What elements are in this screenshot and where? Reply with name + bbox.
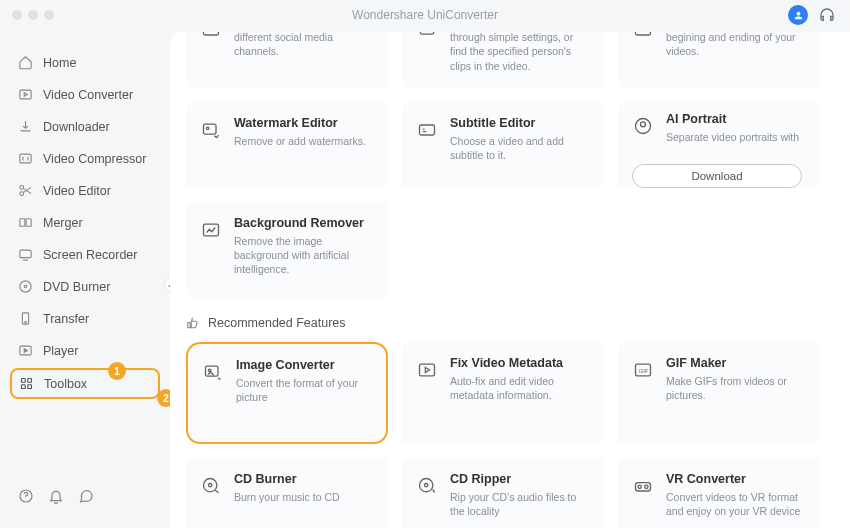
svg-point-24 — [641, 122, 646, 127]
trimmer-icon — [416, 32, 438, 40]
annotation-badge-1: 1 — [108, 362, 126, 380]
sidebar-item-label: Player — [43, 344, 78, 358]
svg-point-32 — [209, 484, 212, 487]
svg-rect-15 — [28, 385, 32, 389]
tool-card-intro-outro[interactable]: Batch remove or add the begining and end… — [618, 32, 820, 88]
svg-point-33 — [420, 479, 433, 492]
svg-point-10 — [25, 322, 26, 323]
svg-rect-18 — [420, 32, 433, 34]
svg-rect-19 — [636, 32, 651, 35]
sidebar-item-downloader[interactable]: Downloader — [10, 112, 160, 141]
sidebar-item-toolbox[interactable]: Toolbox — [10, 368, 160, 399]
screen-recorder-icon — [18, 247, 33, 262]
tool-card-subtitle-editor[interactable]: Subtitle Editor Choose a video and add s… — [402, 102, 604, 188]
sidebar-item-home[interactable]: Home — [10, 48, 160, 77]
card-title: Background Remover — [234, 216, 376, 231]
sidebar-item-screen-recorder[interactable]: Screen Recorder — [10, 240, 160, 269]
bell-icon[interactable] — [48, 488, 64, 504]
card-title: CD Burner — [234, 472, 376, 487]
tool-card-gif-maker[interactable]: GIF GIF Maker Make GIFs from videos or p… — [618, 342, 820, 444]
sidebar-item-dvd-burner[interactable]: DVD Burner — [10, 272, 160, 301]
svg-point-2 — [20, 186, 24, 190]
sidebar-item-merger[interactable]: Merger — [10, 208, 160, 237]
svg-rect-0 — [20, 90, 31, 99]
tool-card-vr-converter[interactable]: VR Converter Convert videos to VR format… — [618, 458, 820, 528]
cd-burner-icon — [200, 476, 222, 496]
metadata-icon — [416, 360, 438, 380]
watermark-icon — [200, 120, 222, 140]
sidebar-item-label: Merger — [43, 216, 83, 230]
card-desc: Remove silent segments through simple se… — [450, 32, 592, 73]
subtitle-icon — [416, 120, 438, 140]
sidebar-item-label: Video Editor — [43, 184, 111, 198]
transfer-icon — [18, 311, 33, 326]
card-desc: Make GIFs from videos or pictures. — [666, 374, 808, 402]
help-icon[interactable] — [18, 488, 34, 504]
tool-card-watermark-editor[interactable]: Watermark Editor Remove or add watermark… — [186, 102, 388, 188]
close-dot[interactable] — [12, 10, 22, 20]
tool-card-background-remover[interactable]: Background Remover Remove the image back… — [186, 202, 388, 298]
recommended-header: Recommended Features — [186, 316, 834, 330]
card-title: GIF Maker — [666, 356, 808, 371]
tool-card-smart-trimmer[interactable]: Remove silent segments through simple se… — [402, 32, 604, 88]
svg-rect-28 — [420, 364, 435, 376]
gif-icon: GIF — [632, 360, 654, 380]
svg-point-8 — [24, 285, 27, 288]
support-icon[interactable] — [818, 6, 836, 24]
tool-card-cd-burner[interactable]: CD Burner Burn your music to CD — [186, 458, 388, 528]
card-desc: Choose a video and add subtitle to it. — [450, 134, 592, 162]
window-controls[interactable] — [0, 10, 54, 20]
video-converter-icon — [18, 87, 33, 102]
app-title: Wondershare UniConverter — [352, 8, 498, 22]
sidebar-item-label: DVD Burner — [43, 280, 110, 294]
download-button[interactable]: Download — [632, 164, 802, 188]
user-icon — [793, 10, 804, 21]
merger-icon — [18, 215, 33, 230]
toolbox-icon — [19, 376, 34, 391]
minimize-dot[interactable] — [28, 10, 38, 20]
dvd-icon — [18, 279, 33, 294]
svg-rect-12 — [22, 379, 26, 383]
sidebar-item-player[interactable]: Player — [10, 336, 160, 365]
card-title: Subtitle Editor — [450, 116, 592, 131]
tool-card-fix-video-metadata[interactable]: Fix Video Metadata Auto-fix and edit vid… — [402, 342, 604, 444]
user-avatar[interactable] — [788, 5, 808, 25]
svg-point-31 — [204, 479, 217, 492]
tool-card-image-converter[interactable]: Image Converter Convert the format of yo… — [186, 342, 388, 444]
sidebar-item-transfer[interactable]: Transfer — [10, 304, 160, 333]
player-icon — [18, 343, 33, 358]
svg-point-7 — [20, 281, 31, 292]
svg-rect-26 — [206, 366, 219, 376]
svg-point-36 — [638, 485, 641, 488]
svg-point-34 — [425, 484, 428, 487]
cd-ripper-icon — [416, 476, 438, 496]
sidebar-item-label: Video Converter — [43, 88, 133, 102]
svg-rect-5 — [26, 219, 31, 227]
sidebar-item-video-editor[interactable]: Video Editor — [10, 176, 160, 205]
ai-portrait-icon — [632, 116, 654, 136]
tool-card-cd-ripper[interactable]: CD Ripper Rip your CD's audio files to t… — [402, 458, 604, 528]
vr-icon — [632, 476, 654, 496]
card-desc: Auto-fix and edit video metadata informa… — [450, 374, 592, 402]
tool-card-auto-reframe[interactable]: Automatically resize video for different… — [186, 32, 388, 88]
scissors-icon — [18, 183, 33, 198]
sidebar-item-video-compressor[interactable]: Video Compressor — [10, 144, 160, 173]
card-desc: Batch remove or add the begining and end… — [666, 32, 808, 59]
feedback-icon[interactable] — [78, 488, 94, 504]
tool-card-ai-portrait[interactable]: AI Portrait Separate video portraits wit… — [618, 102, 820, 188]
svg-point-37 — [645, 485, 648, 488]
maximize-dot[interactable] — [44, 10, 54, 20]
bg-remover-icon — [200, 220, 222, 240]
svg-rect-13 — [28, 379, 32, 383]
home-icon — [18, 55, 33, 70]
sidebar-item-video-converter[interactable]: Video Converter — [10, 80, 160, 109]
card-title: Fix Video Metadata — [450, 356, 592, 371]
card-desc: Convert the format of your picture — [236, 376, 374, 404]
sidebar-item-label: Transfer — [43, 312, 89, 326]
svg-rect-14 — [22, 385, 26, 389]
card-title: Image Converter — [236, 358, 374, 373]
sidebar: Home Video Converter Downloader Video Co… — [0, 30, 170, 528]
card-desc: Automatically resize video for different… — [234, 32, 376, 59]
download-icon — [18, 119, 33, 134]
card-title: AI Portrait — [666, 112, 799, 127]
